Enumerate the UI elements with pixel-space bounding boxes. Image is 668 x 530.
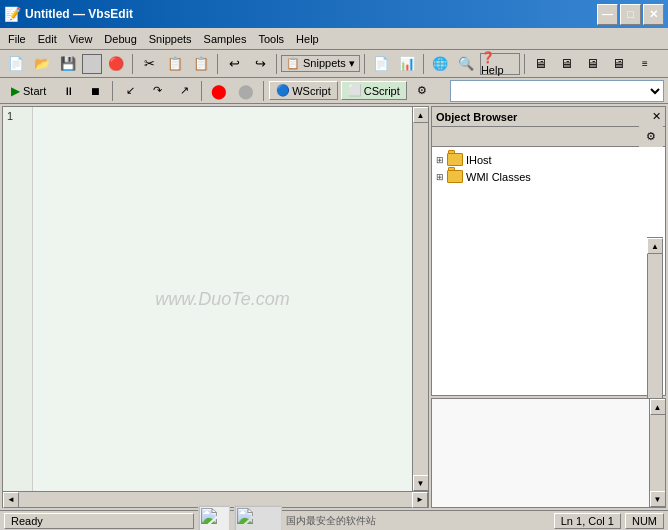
ob-settings-button[interactable]: ⚙ <box>639 126 663 148</box>
out-scroll-down[interactable]: ▼ <box>650 491 666 507</box>
ob-toolbar: ⚙ <box>432 127 665 147</box>
start-label: Start <box>23 85 46 97</box>
pause-button[interactable]: ⏸ <box>56 80 80 102</box>
menu-help[interactable]: Help <box>290 31 325 47</box>
help-btn[interactable]: ❓ Help <box>480 53 520 75</box>
vertical-scrollbar[interactable]: ▲ ▼ <box>412 107 428 491</box>
step-over-button[interactable]: ↷ <box>145 80 169 102</box>
object-browser: Object Browser ✕ ⚙ ⊞ IHost ⊞ <box>431 106 666 396</box>
copy-button[interactable]: 📋 <box>163 53 187 75</box>
separator3 <box>276 54 277 74</box>
toolbar1: 📄 📂 💾 🔴 ✂ 📋 📋 ↩ ↪ 📋 Snippets ▾ 📄 📊 🌐 🔍 ❓… <box>0 50 668 78</box>
cut-button[interactable]: ✂ <box>137 53 161 75</box>
tree-item-wmi[interactable]: ⊞ WMI Classes <box>436 168 661 185</box>
wscript-icon: 🔵 <box>276 84 290 97</box>
breakpoint-set-button[interactable]: ⬤ <box>207 80 231 102</box>
output-scrollbar-v[interactable]: ▲ ▼ <box>649 399 665 507</box>
expand-icon-ihost: ⊞ <box>436 155 444 165</box>
titlebar-buttons: — □ ✕ <box>597 4 664 25</box>
stop-button[interactable]: ⏹ <box>83 80 107 102</box>
menu-file[interactable]: File <box>2 31 32 47</box>
ob-titlebar: Object Browser ✕ <box>432 107 665 127</box>
ob-title-text: Object Browser <box>436 111 517 123</box>
script-type-dropdown[interactable] <box>450 80 664 102</box>
menu-edit[interactable]: Edit <box>32 31 63 47</box>
minimize-button[interactable]: — <box>597 4 618 25</box>
ob-scroll-up[interactable]: ▲ <box>647 238 663 254</box>
title-text: Untitled — VbsEdit <box>25 7 593 21</box>
folder-icon-wmi <box>447 170 463 183</box>
breakpoint-clear-button[interactable]: ⬤ <box>234 80 258 102</box>
scroll-down-button[interactable]: ▼ <box>413 475 429 491</box>
status-position-text: Ln 1, Col 1 <box>561 515 614 527</box>
run-sep3 <box>263 81 264 101</box>
maximize-button[interactable]: □ <box>620 4 641 25</box>
wscript-label: WScript <box>292 85 331 97</box>
line-numbers: 1 <box>3 107 33 491</box>
ob-close-button[interactable]: ✕ <box>652 110 661 123</box>
status-text-cn: 国内最安全的软件站 <box>286 514 376 528</box>
run-stop-button[interactable]: 🔴 <box>104 53 128 75</box>
status-ready: Ready <box>4 513 194 529</box>
scroll-up-button[interactable]: ▲ <box>413 107 429 123</box>
status-mode-text: NUM <box>632 515 657 527</box>
editor-wrapper: www.DuoTe.com <box>33 107 412 491</box>
step-into-button[interactable]: ↙ <box>118 80 142 102</box>
start-button[interactable]: ▶ Start <box>4 82 53 100</box>
tb-net2[interactable]: 🔍 <box>454 53 478 75</box>
print-button[interactable] <box>82 54 102 74</box>
new-button[interactable]: 📄 <box>4 53 28 75</box>
close-button[interactable]: ✕ <box>643 4 664 25</box>
cscript-button[interactable]: ⬜ CScript <box>341 81 407 100</box>
tb-extra5[interactable]: 🖥 <box>581 53 605 75</box>
tb-extra6[interactable]: 🖥 <box>607 53 631 75</box>
snippets-dropdown-btn[interactable]: 📋 Snippets ▾ <box>281 55 360 72</box>
separator2 <box>217 54 218 74</box>
menu-debug[interactable]: Debug <box>98 31 142 47</box>
wscript-button[interactable]: 🔵 WScript <box>269 81 338 100</box>
run-toolbar: ▶ Start ⏸ ⏹ ↙ ↷ ↗ ⬤ ⬤ 🔵 WScript ⬜ CScrip… <box>0 78 668 104</box>
status-right: 国内最安全的软件站 <box>198 505 550 531</box>
separator1 <box>132 54 133 74</box>
tb-extra2[interactable]: 📊 <box>395 53 419 75</box>
ob-content: ⊞ IHost ⊞ WMI Classes <box>432 147 665 395</box>
menu-samples[interactable]: Samples <box>198 31 253 47</box>
snippets-label: Snippets ▾ <box>303 57 355 70</box>
tb-extra3[interactable]: 🖥 <box>529 53 553 75</box>
status-logo2 <box>234 505 282 531</box>
redo-button[interactable]: ↪ <box>248 53 272 75</box>
menu-view[interactable]: View <box>63 31 99 47</box>
tb-net1[interactable]: 🌐 <box>428 53 452 75</box>
paste-button[interactable]: 📋 <box>189 53 213 75</box>
cscript-icon: ⬜ <box>348 84 362 97</box>
code-editor[interactable] <box>33 107 412 491</box>
run-sep2 <box>201 81 202 101</box>
line-1: 1 <box>7 110 13 122</box>
tree-item-ihost[interactable]: ⊞ IHost <box>436 151 661 168</box>
app-icon: 📝 <box>4 6 21 22</box>
editor-panel: 1 www.DuoTe.com ▲ ▼ ◄ ► <box>2 106 429 508</box>
step-out-button[interactable]: ↗ <box>172 80 196 102</box>
statusbar: Ready 国内最安全的软件站 Ln 1, Col 1 NUM <box>0 510 668 530</box>
scroll-left-button[interactable]: ◄ <box>3 492 19 508</box>
menu-tools[interactable]: Tools <box>252 31 290 47</box>
tb-extra4[interactable]: 🖥 <box>555 53 579 75</box>
status-mode: NUM <box>625 513 664 529</box>
right-panel: Object Browser ✕ ⚙ ⊞ IHost ⊞ <box>431 106 666 508</box>
menubar: File Edit View Debug Snippets Samples To… <box>0 28 668 50</box>
status-ready-text: Ready <box>11 515 43 527</box>
folder-icon-ihost <box>447 153 463 166</box>
output-panel: ▲ ▼ <box>431 398 666 508</box>
out-scroll-up[interactable]: ▲ <box>650 399 666 415</box>
snippets-icon: 📋 <box>286 57 300 70</box>
editor-body: 1 www.DuoTe.com ▲ ▼ <box>3 107 428 491</box>
settings-btn[interactable]: ⚙ <box>410 80 434 102</box>
tb-extra1[interactable]: 📄 <box>369 53 393 75</box>
separator4 <box>364 54 365 74</box>
tb-extra7[interactable]: ≡ <box>633 53 657 75</box>
save-button[interactable]: 💾 <box>56 53 80 75</box>
open-button[interactable]: 📂 <box>30 53 54 75</box>
status-logo1 <box>198 505 230 531</box>
menu-snippets[interactable]: Snippets <box>143 31 198 47</box>
undo-button[interactable]: ↩ <box>222 53 246 75</box>
